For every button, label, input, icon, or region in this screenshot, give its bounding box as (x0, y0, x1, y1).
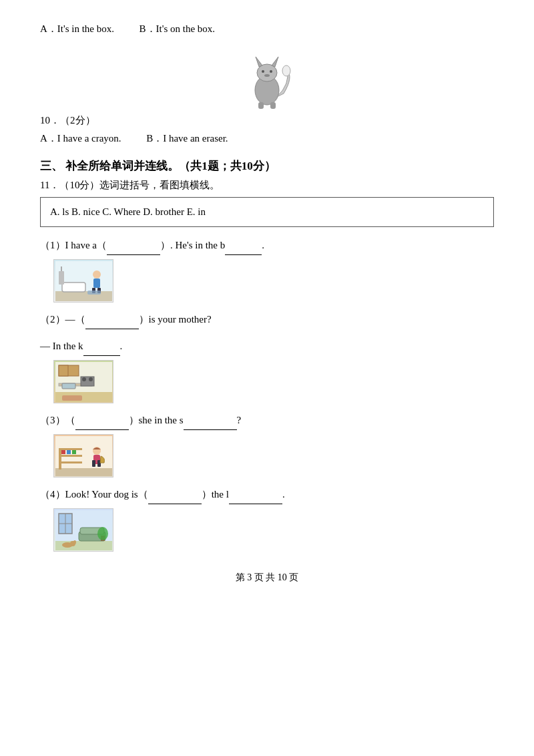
blank-4a[interactable] (148, 504, 202, 504)
fill-item-1: （1）I have a（）. He's in the b. (40, 235, 494, 255)
svg-point-15 (93, 270, 101, 278)
svg-rect-28 (62, 383, 75, 389)
fill-item-2b: — In the k. (40, 336, 494, 356)
svg-rect-12 (62, 282, 85, 292)
svg-rect-16 (93, 278, 100, 288)
living-room-illustration (53, 508, 113, 552)
svg-rect-33 (59, 448, 82, 450)
option-a-q10: A．I have a crayon. B．I have an eraser. (40, 130, 494, 148)
option-a-q9-text: A．It's in the box. (40, 23, 114, 34)
option-a-q10-text: A．I have a crayon. (40, 133, 121, 144)
svg-point-6 (264, 74, 270, 77)
store-illustration (53, 434, 113, 478)
bathroom-illustration (53, 259, 113, 303)
blank-3a[interactable] (75, 429, 129, 430)
svg-rect-38 (72, 450, 76, 454)
svg-rect-37 (67, 450, 71, 454)
fill-item-2: （2）—（）is your mother? (40, 309, 494, 329)
option-a-q9: A．It's in the box. B．It's on the box. (40, 20, 494, 38)
svg-point-54 (73, 540, 76, 544)
svg-rect-30 (55, 468, 112, 476)
svg-point-4 (262, 70, 264, 73)
svg-rect-36 (61, 450, 65, 454)
footer-text: 第 3 页 共 10 页 (236, 572, 299, 582)
svg-rect-8 (258, 102, 264, 109)
svg-rect-35 (59, 461, 82, 463)
blank-1a[interactable] (107, 254, 160, 255)
svg-rect-13 (59, 271, 64, 285)
bathroom-svg (55, 261, 112, 301)
kitchen-svg (55, 362, 112, 402)
kitchen-illustration (53, 360, 113, 403)
svg-rect-9 (270, 102, 276, 109)
svg-rect-29 (62, 395, 82, 401)
svg-point-7 (282, 65, 290, 76)
option-b-q10-text: B．I have an eraser. (146, 133, 228, 144)
svg-point-27 (89, 377, 93, 381)
option-b-q9-text: B．It's on the box. (140, 23, 216, 34)
page-content: A．It's in the box. B．It's on the box. (40, 20, 494, 584)
section-three-title: 三、 补全所给单词并连线。（共1题；共10分） (40, 158, 494, 174)
fill-item-4: （4）Look! Your dog is（）the l. (40, 484, 494, 504)
blank-3b[interactable] (184, 429, 237, 430)
svg-point-26 (82, 377, 86, 381)
svg-rect-19 (87, 291, 101, 295)
svg-point-5 (270, 70, 272, 73)
q11-instruction: 11．（10分）选词进括号，看图填横线。 (40, 179, 494, 192)
word-box-text: A. ls B. nice C. Where D. brother E. in (50, 206, 206, 217)
svg-marker-3 (272, 57, 278, 67)
store-svg (55, 436, 112, 476)
fill-item-3: （3）（）she in the s? (40, 410, 494, 430)
svg-rect-10 (55, 291, 112, 301)
svg-rect-41 (92, 460, 95, 467)
blank-4b[interactable] (229, 504, 282, 504)
animal-illustration (40, 43, 494, 110)
svg-rect-32 (59, 448, 61, 469)
svg-rect-23 (59, 365, 68, 376)
blank-2a[interactable] (85, 329, 139, 329)
svg-point-51 (97, 527, 108, 540)
page-footer: 第 3 页 共 10 页 (40, 572, 494, 584)
blank-1b[interactable] (225, 254, 262, 255)
living-room-svg (55, 510, 112, 550)
svg-rect-34 (59, 455, 82, 457)
animal-svg (237, 43, 297, 110)
svg-marker-2 (256, 57, 262, 67)
word-selection-box: A. ls B. nice C. Where D. brother E. in (40, 197, 494, 227)
blank-2b[interactable] (83, 355, 120, 356)
question-10-num: 10．（2分） (40, 114, 494, 127)
